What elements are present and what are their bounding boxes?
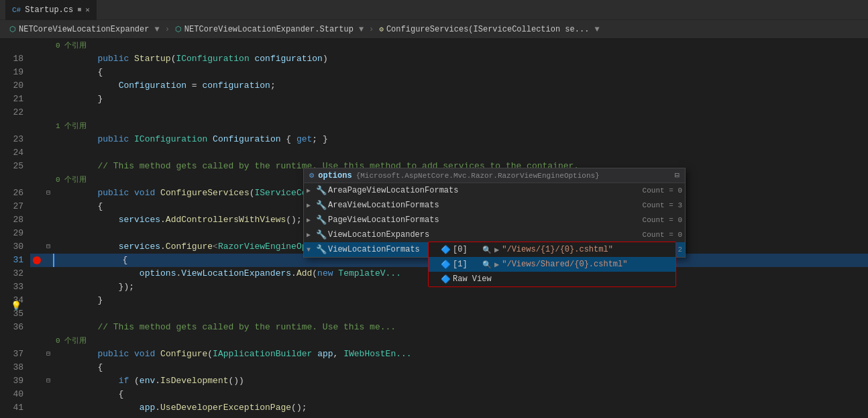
raw-view-row[interactable]: 🔷 Raw View (429, 272, 675, 286)
value-row-1[interactable]: 🔷 [1] 🔍 ▶ "/Views/Shared/{0}.cshtml" (429, 257, 675, 272)
code-line-20: 20 Configuration = configuration; (0, 79, 868, 93)
value-str-1: "/Views/Shared/{0}.cshtml" (502, 260, 627, 269)
ac-count-3: Count = 0 (635, 231, 682, 239)
code-line-22: 22 (0, 106, 868, 119)
ac-icon-selected: 🔧 (316, 244, 328, 255)
code-line-18: 18 public Startup(IConfiguration configu… (0, 52, 868, 66)
ac-name-1: AreaViewLocationFormats (328, 201, 630, 210)
ac-expand-0[interactable]: ▶ (307, 187, 316, 195)
ac-expand-selected[interactable]: ▼ (307, 246, 316, 254)
ac-count-1: Count = 3 (635, 201, 682, 209)
value-pin-0[interactable]: 🔍 (482, 246, 492, 254)
tab-close-icon[interactable]: ✕ (85, 5, 90, 14)
line-ref-18: 0 个引用 (0, 39, 868, 52)
ac-header-type: {Microsoft.AspNetCore.Mvc.Razor.RazorVie… (356, 172, 600, 180)
breadcrumb-item-2[interactable]: ⬡ NETCoreViewLocationExpander.Startup ▼ (171, 25, 368, 34)
ac-count-0: Count = 0 (635, 187, 682, 195)
value-expand-0 (431, 245, 441, 254)
value-index-1: [1] (453, 260, 480, 269)
ac-row-0[interactable]: ▶ 🔧 AreaPageViewLocationFormats Count = … (304, 183, 685, 198)
breadcrumb-dropdown-3[interactable]: ▼ (594, 25, 599, 34)
code-line-23: 23 public IConfiguration Configuration {… (0, 133, 868, 146)
raw-icon: 🔷 (441, 274, 453, 284)
ac-icon-3: 🔧 (316, 229, 328, 240)
code-line-40: 40 { (0, 388, 868, 401)
breadcrumb-item-1[interactable]: ⬡ NETCoreViewLocationExpander ▼ (5, 25, 164, 34)
ac-expand-3[interactable]: ▶ (307, 231, 316, 239)
breadcrumb-bar: ⬡ NETCoreViewLocationExpander ▼ › ⬡ NETC… (0, 20, 868, 39)
value-row-0[interactable]: 🔷 [0] 🔍 ▶ "/Views/{1}/{0}.cshtml" (429, 242, 675, 257)
value-icon-1: 🔷 (441, 260, 453, 270)
line-ref-23: 1 个引用 (0, 119, 868, 133)
code-line-24: 24 (0, 146, 868, 160)
breadcrumb-dropdown-1[interactable]: ▼ (154, 25, 159, 34)
code-line-41: 41 app.UseDeveloperExceptionPage(); (0, 401, 868, 415)
ac-header-close-icon[interactable]: ⊟ (675, 170, 680, 180)
debug-tooltip: 💡 (7, 299, 25, 313)
raw-expand (431, 274, 441, 284)
ac-row-2[interactable]: ▶ 🔧 PageViewLocationFormats Count = 0 (304, 213, 685, 227)
ac-expand-2[interactable]: ▶ (307, 216, 316, 224)
code-line-38: 38 { (0, 361, 868, 374)
code-line-39: 39 ⊟ if (env.IsDevelopment()) (0, 374, 868, 388)
code-line-37: 37 ⊟ public void Configure(IApplicationB… (0, 348, 868, 361)
value-index-0: [0] (453, 245, 480, 254)
ac-icon-0: 🔧 (316, 185, 328, 196)
code-line-34: 34 } (0, 294, 868, 307)
code-line-36: 36 // This method gets called by the run… (0, 321, 868, 334)
title-bar: C# Startup.cs ■ ✕ (0, 0, 868, 20)
ac-icon-2: 🔧 (316, 215, 328, 225)
tab-label: Startup.cs (25, 5, 73, 15)
ac-name-0: AreaPageViewLocationFormats (328, 186, 630, 195)
raw-view-label: Raw View (453, 274, 492, 284)
value-str-0: "/Views/{1}/{0}.cshtml" (502, 245, 613, 254)
value-panel[interactable]: 🔷 [0] 🔍 ▶ "/Views/{1}/{0}.cshtml" 🔷 [1] … (428, 242, 676, 287)
lightbulb-icon[interactable]: 💡 (11, 301, 21, 311)
editor-container: 0 个引用 18 public Startup(IConfiguration c… (0, 39, 868, 418)
ac-icon-1: 🔧 (316, 200, 328, 211)
breadcrumb-dropdown-2[interactable]: ▼ (359, 25, 364, 34)
ac-name-3: ViewLocationExpanders (328, 230, 630, 240)
value-icon-0: 🔷 (441, 245, 453, 255)
ac-row-1[interactable]: ▶ 🔧 AreaViewLocationFormats Count = 3 (304, 198, 685, 213)
ac-header-name: options (318, 171, 351, 180)
code-area[interactable]: 0 个引用 18 public Startup(IConfiguration c… (0, 39, 868, 418)
tab-modified-dot: ■ (77, 6, 81, 13)
ac-header: ⚙ options {Microsoft.AspNetCore.Mvc.Razo… (304, 168, 685, 183)
ac-name-2: PageViewLocationFormats (328, 215, 630, 225)
breadcrumb-item-3[interactable]: ⚙ ConfigureServices(IServiceCollection s… (375, 25, 603, 34)
value-pin-1[interactable]: 🔍 (482, 260, 492, 269)
ac-row-3[interactable]: ▶ 🔧 ViewLocationExpanders Count = 0 (304, 227, 685, 242)
code-line-35: 35 (0, 307, 868, 321)
ac-count-2: Count = 0 (635, 216, 682, 224)
ac-expand-1[interactable]: ▶ (307, 201, 316, 209)
line-ref-37: 0 个引用 (0, 334, 868, 348)
value-expand-1 (431, 260, 441, 269)
code-line-21: 21 } (0, 93, 868, 106)
cs-file-icon: C# (12, 6, 21, 14)
code-line-19: 19 { (0, 66, 868, 79)
startup-cs-tab[interactable]: C# Startup.cs ■ ✕ (5, 0, 97, 20)
